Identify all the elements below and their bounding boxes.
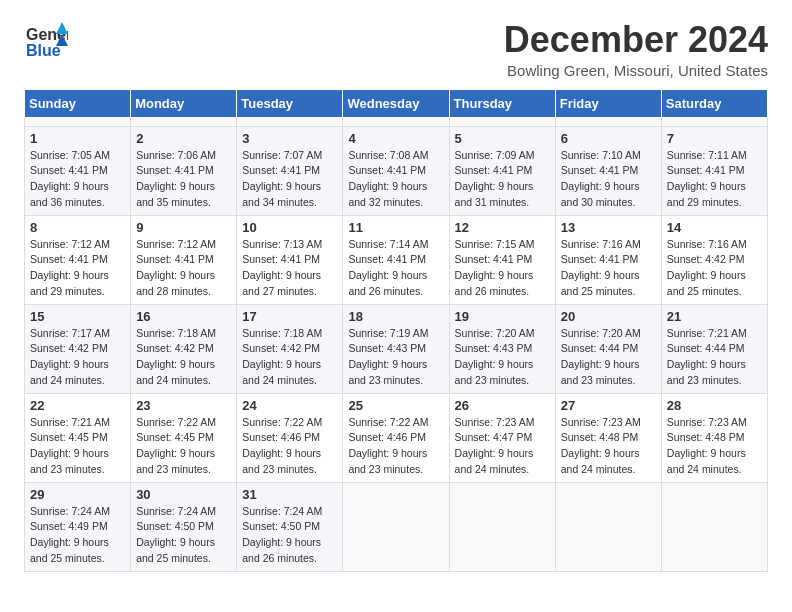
daylight-label: Daylight: 9 hours and 23 minutes.: [667, 358, 746, 386]
daylight-label: Daylight: 9 hours and 27 minutes.: [242, 269, 321, 297]
sunrise-label: Sunrise: 7:13 AM: [242, 238, 322, 250]
sunset-label: Sunset: 4:41 PM: [561, 164, 639, 176]
calendar-week-1: 1 Sunrise: 7:05 AM Sunset: 4:41 PM Dayli…: [25, 126, 768, 215]
calendar-cell: 18 Sunrise: 7:19 AM Sunset: 4:43 PM Dayl…: [343, 304, 449, 393]
calendar-cell: 13 Sunrise: 7:16 AM Sunset: 4:41 PM Dayl…: [555, 215, 661, 304]
day-number: 11: [348, 220, 443, 235]
calendar-cell: 28 Sunrise: 7:23 AM Sunset: 4:48 PM Dayl…: [661, 393, 767, 482]
sunset-label: Sunset: 4:45 PM: [136, 431, 214, 443]
day-number: 17: [242, 309, 337, 324]
day-info: Sunrise: 7:20 AM Sunset: 4:43 PM Dayligh…: [455, 326, 550, 389]
sunset-label: Sunset: 4:41 PM: [561, 253, 639, 265]
calendar-cell: [343, 482, 449, 571]
sunrise-label: Sunrise: 7:09 AM: [455, 149, 535, 161]
calendar-cell: [555, 117, 661, 126]
sunrise-label: Sunrise: 7:14 AM: [348, 238, 428, 250]
sunset-label: Sunset: 4:46 PM: [242, 431, 320, 443]
day-info: Sunrise: 7:17 AM Sunset: 4:42 PM Dayligh…: [30, 326, 125, 389]
calendar-cell: 20 Sunrise: 7:20 AM Sunset: 4:44 PM Dayl…: [555, 304, 661, 393]
calendar-cell: [555, 482, 661, 571]
sunrise-label: Sunrise: 7:07 AM: [242, 149, 322, 161]
sunset-label: Sunset: 4:41 PM: [136, 253, 214, 265]
day-number: 4: [348, 131, 443, 146]
daylight-label: Daylight: 9 hours and 24 minutes.: [455, 447, 534, 475]
daylight-label: Daylight: 9 hours and 24 minutes.: [30, 358, 109, 386]
day-info: Sunrise: 7:16 AM Sunset: 4:42 PM Dayligh…: [667, 237, 762, 300]
day-info: Sunrise: 7:21 AM Sunset: 4:45 PM Dayligh…: [30, 415, 125, 478]
calendar-week-2: 8 Sunrise: 7:12 AM Sunset: 4:41 PM Dayli…: [25, 215, 768, 304]
day-info: Sunrise: 7:23 AM Sunset: 4:48 PM Dayligh…: [667, 415, 762, 478]
main-title: December 2024: [504, 20, 768, 60]
calendar-cell: 17 Sunrise: 7:18 AM Sunset: 4:42 PM Dayl…: [237, 304, 343, 393]
day-number: 27: [561, 398, 656, 413]
calendar-cell: 26 Sunrise: 7:23 AM Sunset: 4:47 PM Dayl…: [449, 393, 555, 482]
day-number: 20: [561, 309, 656, 324]
sunset-label: Sunset: 4:41 PM: [242, 253, 320, 265]
daylight-label: Daylight: 9 hours and 24 minutes.: [136, 358, 215, 386]
sunset-label: Sunset: 4:49 PM: [30, 520, 108, 532]
daylight-label: Daylight: 9 hours and 31 minutes.: [455, 180, 534, 208]
day-info: Sunrise: 7:16 AM Sunset: 4:41 PM Dayligh…: [561, 237, 656, 300]
day-info: Sunrise: 7:19 AM Sunset: 4:43 PM Dayligh…: [348, 326, 443, 389]
sunrise-label: Sunrise: 7:24 AM: [242, 505, 322, 517]
calendar-cell: 24 Sunrise: 7:22 AM Sunset: 4:46 PM Dayl…: [237, 393, 343, 482]
day-info: Sunrise: 7:24 AM Sunset: 4:49 PM Dayligh…: [30, 504, 125, 567]
header-wednesday: Wednesday: [343, 89, 449, 117]
day-info: Sunrise: 7:05 AM Sunset: 4:41 PM Dayligh…: [30, 148, 125, 211]
sunrise-label: Sunrise: 7:18 AM: [242, 327, 322, 339]
daylight-label: Daylight: 9 hours and 32 minutes.: [348, 180, 427, 208]
daylight-label: Daylight: 9 hours and 28 minutes.: [136, 269, 215, 297]
sunrise-label: Sunrise: 7:12 AM: [136, 238, 216, 250]
daylight-label: Daylight: 9 hours and 24 minutes.: [561, 447, 640, 475]
header-tuesday: Tuesday: [237, 89, 343, 117]
daylight-label: Daylight: 9 hours and 30 minutes.: [561, 180, 640, 208]
calendar-cell: [449, 117, 555, 126]
calendar-cell: 5 Sunrise: 7:09 AM Sunset: 4:41 PM Dayli…: [449, 126, 555, 215]
daylight-label: Daylight: 9 hours and 23 minutes.: [348, 447, 427, 475]
day-info: Sunrise: 7:10 AM Sunset: 4:41 PM Dayligh…: [561, 148, 656, 211]
day-number: 2: [136, 131, 231, 146]
sunset-label: Sunset: 4:43 PM: [455, 342, 533, 354]
daylight-label: Daylight: 9 hours and 23 minutes.: [242, 447, 321, 475]
day-info: Sunrise: 7:14 AM Sunset: 4:41 PM Dayligh…: [348, 237, 443, 300]
header-monday: Monday: [131, 89, 237, 117]
sunset-label: Sunset: 4:41 PM: [242, 164, 320, 176]
day-info: Sunrise: 7:20 AM Sunset: 4:44 PM Dayligh…: [561, 326, 656, 389]
day-number: 7: [667, 131, 762, 146]
daylight-label: Daylight: 9 hours and 34 minutes.: [242, 180, 321, 208]
sunrise-label: Sunrise: 7:12 AM: [30, 238, 110, 250]
daylight-label: Daylight: 9 hours and 23 minutes.: [561, 358, 640, 386]
day-info: Sunrise: 7:07 AM Sunset: 4:41 PM Dayligh…: [242, 148, 337, 211]
calendar-week-4: 22 Sunrise: 7:21 AM Sunset: 4:45 PM Dayl…: [25, 393, 768, 482]
calendar-table: Sunday Monday Tuesday Wednesday Thursday…: [24, 89, 768, 572]
header-saturday: Saturday: [661, 89, 767, 117]
sunset-label: Sunset: 4:48 PM: [667, 431, 745, 443]
sunrise-label: Sunrise: 7:24 AM: [30, 505, 110, 517]
day-number: 30: [136, 487, 231, 502]
day-info: Sunrise: 7:23 AM Sunset: 4:48 PM Dayligh…: [561, 415, 656, 478]
daylight-label: Daylight: 9 hours and 24 minutes.: [242, 358, 321, 386]
calendar-cell: 10 Sunrise: 7:13 AM Sunset: 4:41 PM Dayl…: [237, 215, 343, 304]
sunset-label: Sunset: 4:42 PM: [667, 253, 745, 265]
daylight-label: Daylight: 9 hours and 23 minutes.: [455, 358, 534, 386]
calendar-cell: 23 Sunrise: 7:22 AM Sunset: 4:45 PM Dayl…: [131, 393, 237, 482]
sunrise-label: Sunrise: 7:23 AM: [455, 416, 535, 428]
sunrise-label: Sunrise: 7:21 AM: [30, 416, 110, 428]
day-number: 29: [30, 487, 125, 502]
header: General Blue December 2024 Bowling Green…: [24, 20, 768, 79]
day-info: Sunrise: 7:22 AM Sunset: 4:46 PM Dayligh…: [348, 415, 443, 478]
sunset-label: Sunset: 4:45 PM: [30, 431, 108, 443]
daylight-label: Daylight: 9 hours and 23 minutes.: [136, 447, 215, 475]
calendar-cell: 12 Sunrise: 7:15 AM Sunset: 4:41 PM Dayl…: [449, 215, 555, 304]
calendar-cell: 27 Sunrise: 7:23 AM Sunset: 4:48 PM Dayl…: [555, 393, 661, 482]
calendar-cell: 19 Sunrise: 7:20 AM Sunset: 4:43 PM Dayl…: [449, 304, 555, 393]
calendar-cell: 1 Sunrise: 7:05 AM Sunset: 4:41 PM Dayli…: [25, 126, 131, 215]
subtitle: Bowling Green, Missouri, United States: [504, 62, 768, 79]
sunrise-label: Sunrise: 7:16 AM: [667, 238, 747, 250]
day-info: Sunrise: 7:22 AM Sunset: 4:46 PM Dayligh…: [242, 415, 337, 478]
sunrise-label: Sunrise: 7:23 AM: [667, 416, 747, 428]
day-number: 15: [30, 309, 125, 324]
sunrise-label: Sunrise: 7:17 AM: [30, 327, 110, 339]
header-sunday: Sunday: [25, 89, 131, 117]
day-info: Sunrise: 7:22 AM Sunset: 4:45 PM Dayligh…: [136, 415, 231, 478]
